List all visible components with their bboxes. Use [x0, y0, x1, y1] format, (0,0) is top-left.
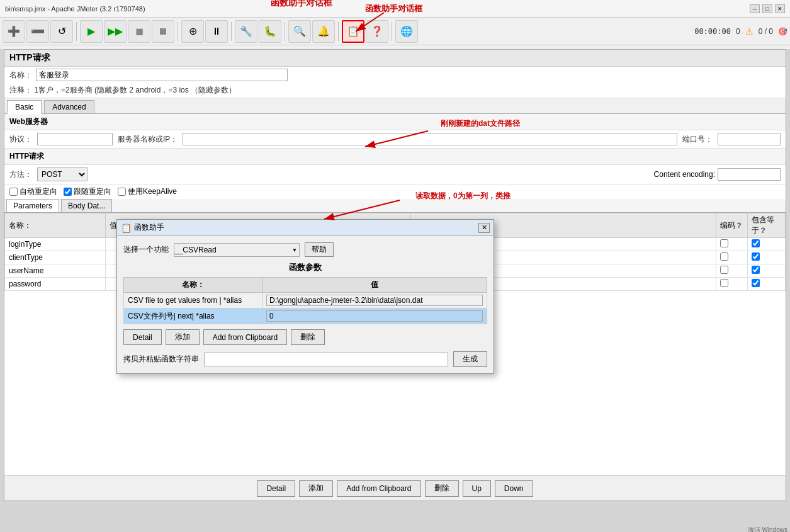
cell-include — [748, 238, 786, 251]
tab-basic[interactable]: Basic — [7, 100, 42, 114]
encoding-input[interactable] — [718, 168, 781, 181]
col-encoded: 编码？ — [716, 213, 748, 238]
cell-include — [748, 264, 786, 278]
port-label: 端口号： — [682, 134, 713, 145]
keepalive-check[interactable]: 使用KeepAlive — [118, 186, 177, 197]
remove-tool-btn[interactable]: ➖ — [26, 20, 49, 43]
stop-btn[interactable]: ◼ — [128, 20, 150, 43]
target-icon: 🎯 — [778, 27, 787, 36]
add-clipboard-btn[interactable]: Add from Clipboard — [337, 480, 420, 497]
start-threads-btn[interactable]: ⊕ — [181, 20, 204, 43]
cell-encoded — [716, 251, 748, 264]
dialog-detail-btn[interactable]: Detail — [123, 329, 162, 345]
down-btn[interactable]: Down — [495, 480, 533, 497]
param-name-2: CSV文件列号| next| *alias — [124, 308, 262, 324]
search-btn[interactable]: 🔍 — [288, 20, 311, 43]
param-value-2 — [262, 308, 487, 324]
up-btn[interactable]: Up — [463, 480, 491, 497]
dialog-titlebar: 📋 函数助手 ✕ — [117, 220, 494, 236]
follow-redirect-check[interactable]: 跟随重定向 — [64, 186, 111, 197]
remote-btn[interactable]: 🌐 — [395, 20, 418, 43]
pause-btn[interactable]: ⏸ — [205, 20, 228, 43]
param-value-input-2[interactable] — [266, 310, 483, 322]
auto-redirect-label: 自动重定向 — [20, 186, 57, 197]
params-value-col: 值 — [262, 278, 487, 293]
copy-label: 拷贝并粘贴函数字符串 — [123, 354, 199, 365]
help-dialog-btn[interactable]: 帮助 — [305, 242, 334, 257]
tab-body-data[interactable]: Body Dat... — [61, 199, 112, 212]
close-btn[interactable]: ✕ — [775, 4, 785, 13]
col-name: 名称： — [5, 213, 106, 238]
protocol-input[interactable] — [37, 133, 113, 145]
encoding-label: Content encoding: — [654, 170, 715, 179]
cell-encoded — [716, 278, 748, 291]
panel-title: HTTP请求 — [4, 50, 786, 67]
name-input[interactable] — [36, 69, 288, 81]
dialog-title: 函数助手 — [134, 222, 164, 233]
function-select[interactable]: __CSVRead — [174, 243, 300, 257]
dialog-icon: 📋 — [121, 223, 132, 233]
window-controls: ─ □ ✕ — [750, 4, 785, 13]
method-select[interactable]: POST GET — [37, 167, 87, 181]
server-label: 服务器名称或IP： — [118, 134, 178, 145]
help-btn[interactable]: ❓ — [366, 20, 388, 43]
debug-btn[interactable]: 🔧 — [235, 20, 257, 43]
http-request-title: HTTP请求 — [4, 149, 786, 165]
toolbar-right: 00:00:00 0 ⚠ 0 / 0 🎯 — [694, 26, 787, 37]
cell-encoded — [716, 264, 748, 278]
minimize-btn[interactable]: ─ — [750, 4, 760, 13]
dialog-title-content: 📋 函数助手 — [121, 222, 164, 233]
clear-tool-btn[interactable]: ↺ — [50, 20, 73, 43]
dialog-close-btn[interactable]: ✕ — [478, 223, 490, 233]
comment-value: 1客户，=2服务商 (隐藏参数 2 android，=3 ios （隐藏参数） — [34, 86, 236, 94]
tab-parameters[interactable]: Parameters — [6, 199, 59, 212]
bug-btn[interactable]: 🐛 — [259, 20, 281, 43]
follow-redirect-label: 跟随重定向 — [74, 186, 111, 197]
add-btn[interactable]: 添加 — [299, 480, 333, 497]
param-name-1: CSV file to get values from | *alias — [124, 293, 262, 308]
select-label: 选择一个功能 — [123, 244, 169, 255]
func-params-title: 函数参数 — [123, 262, 487, 273]
separator-1 — [76, 22, 77, 41]
title-bar: bin\smsp.jmx - Apache JMeter (3.2 r17907… — [0, 0, 790, 18]
generate-btn[interactable]: 生成 — [453, 351, 487, 367]
maximize-btn[interactable]: □ — [762, 4, 772, 13]
web-server-title: Web服务器 — [4, 114, 786, 130]
port-input[interactable] — [718, 133, 781, 145]
add-tool-btn[interactable]: ➕ — [3, 20, 25, 43]
protocol-label: 协议： — [9, 134, 32, 145]
stop-now-btn[interactable]: ⏹ — [152, 20, 174, 43]
detail-btn[interactable]: Detail — [257, 480, 295, 497]
function-helper-btn[interactable]: 📋 — [342, 20, 364, 43]
delete-btn[interactable]: 删除 — [425, 480, 459, 497]
bell-btn[interactable]: 🔔 — [312, 20, 335, 43]
cell-name: password — [5, 278, 106, 291]
copy-input[interactable] — [204, 353, 448, 366]
comment-label: 注释： — [9, 86, 32, 94]
timer: 00:00:00 — [694, 27, 731, 36]
dialog-add-btn[interactable]: 添加 — [166, 329, 200, 345]
function-select-row: 选择一个功能 __CSVRead ▼ 帮助 — [123, 242, 487, 257]
keepalive-label: 使用KeepAlive — [128, 186, 177, 197]
param-value-input-1[interactable] — [266, 295, 483, 306]
warning-icon: ⚠ — [745, 26, 753, 37]
param-value-1 — [262, 293, 487, 308]
dialog-btn-row: Detail 添加 Add from Clipboard 删除 — [123, 329, 487, 345]
separator-3 — [231, 22, 232, 41]
function-select-wrapper: __CSVRead ▼ — [174, 243, 300, 257]
error-count: 0 — [736, 27, 740, 36]
cell-name: clientType — [5, 251, 106, 264]
function-helper-dialog: 📋 函数助手 ✕ 选择一个功能 __CSVRead ▼ 帮助 函数参数 — [116, 219, 494, 374]
tab-advanced[interactable]: Advanced — [44, 100, 94, 113]
server-input[interactable] — [183, 133, 677, 145]
dialog-add-clipboard-btn[interactable]: Add from Clipboard — [203, 329, 287, 345]
dialog-delete-btn[interactable]: 删除 — [291, 329, 325, 345]
cell-include — [748, 278, 786, 291]
toolbar: ➕ ➖ ↺ ▶ ▶▶ ◼ ⏹ ⊕ ⏸ 🔧 🐛 🔍 🔔 📋 ❓ 🌐 函数助手对话框… — [0, 18, 790, 45]
auto-redirect-check[interactable]: 自动重定向 — [9, 186, 57, 197]
run-btn[interactable]: ▶ — [80, 20, 103, 43]
copy-row: 拷贝并粘贴函数字符串 生成 — [123, 351, 487, 367]
main-content: HTTP请求 名称： 注释： 1客户，=2服务商 (隐藏参数 2 android… — [0, 49, 790, 532]
main-tabs: Basic Advanced — [4, 98, 786, 114]
run-nopause-btn[interactable]: ▶▶ — [104, 20, 127, 43]
